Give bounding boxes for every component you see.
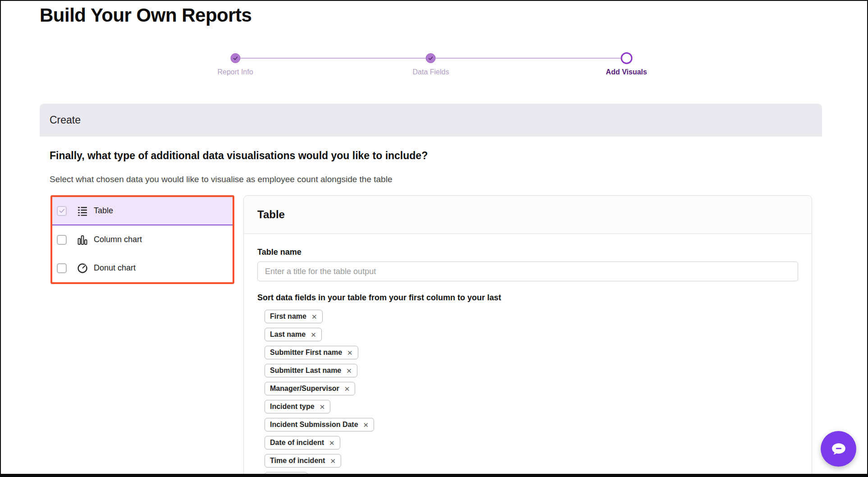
donut-chart-icon [76, 262, 88, 274]
field-chip-label: Last name [270, 330, 306, 339]
visual-option-label: Donut chart [94, 263, 136, 273]
field-chip[interactable]: Manager/Supervisor ✕ [265, 382, 355, 395]
step-label-data-fields: Data Fields [413, 68, 449, 76]
visual-options-panel: Table Column chart [50, 195, 234, 284]
remove-field-icon[interactable]: ✕ [320, 404, 325, 410]
column-chart-checkbox[interactable] [57, 235, 67, 245]
field-chip[interactable]: Submitter First name ✕ [265, 346, 358, 359]
field-chip[interactable]: First name ✕ [265, 310, 323, 323]
field-chip-label: Date of incident [270, 439, 324, 447]
step-active-circle-icon [621, 52, 632, 64]
step-label-add-visuals: Add Visuals [606, 68, 647, 76]
step-circle-wrap [426, 52, 436, 64]
table-panel-body: Table name Sort data fields in your tabl… [244, 234, 812, 477]
field-chip-label: Submitter Last name [270, 367, 341, 375]
table-config-panel: Table Table name Sort data fields in you… [243, 195, 812, 477]
table-name-label: Table name [257, 248, 798, 257]
step-data-fields[interactable]: Data Fields [413, 52, 449, 76]
column-chart-icon [76, 234, 88, 246]
table-panel-header: Table [244, 196, 812, 234]
step-add-visuals[interactable]: Add Visuals [606, 52, 647, 76]
remove-field-icon[interactable]: ✕ [311, 313, 317, 320]
chat-launcher-button[interactable] [821, 431, 856, 467]
create-section-header: Create [40, 104, 822, 137]
table-icon [76, 205, 88, 217]
remove-field-icon[interactable]: ✕ [363, 422, 369, 428]
remove-field-icon[interactable]: ✕ [297, 476, 303, 477]
step-report-info[interactable]: Report Info [217, 52, 253, 76]
field-chip-label: Manager/Supervisor [270, 385, 339, 393]
field-chip[interactable]: Incident type ✕ [265, 400, 330, 413]
donut-chart-checkbox[interactable] [57, 263, 67, 273]
visual-option-label: Column chart [94, 235, 142, 244]
remove-field-icon[interactable]: ✕ [344, 385, 350, 392]
visual-option-table[interactable]: Table [52, 197, 233, 225]
field-chip-label: First name [270, 312, 306, 321]
remove-field-icon[interactable]: ✕ [346, 367, 352, 374]
stepper: Report Info Data Fields Add Visuals [235, 52, 626, 88]
visual-option-donut-chart[interactable]: Donut chart [52, 254, 233, 282]
step-completed-check-icon [426, 53, 436, 63]
remove-field-icon[interactable]: ✕ [330, 458, 336, 464]
field-chip[interactable]: Submitter Last name ✕ [265, 364, 357, 377]
page-title: Build Your Own Reports [40, 5, 251, 26]
create-section-title: Create [50, 114, 81, 126]
remove-field-icon[interactable]: ✕ [347, 349, 353, 356]
step-completed-check-icon [230, 53, 240, 63]
remove-field-icon[interactable]: ✕ [329, 440, 335, 446]
visuals-question: Finally, what type of additional data vi… [50, 150, 428, 162]
field-chip-label: Submitter First name [270, 349, 342, 357]
field-chip-label: Status [270, 475, 292, 477]
step-circle-wrap [621, 52, 632, 64]
field-chip[interactable]: Date of incident ✕ [265, 436, 340, 449]
field-chip-list: First name ✕ Last name ✕ Submitter First… [265, 310, 798, 477]
visual-option-label: Table [94, 206, 113, 216]
table-panel-title: Table [257, 208, 285, 221]
step-circle-wrap [230, 52, 240, 64]
sort-fields-label: Sort data fields in your table from your… [257, 293, 798, 303]
field-chip[interactable]: Incident Submission Date ✕ [265, 418, 374, 431]
field-chip[interactable]: Status ✕ [265, 472, 308, 477]
visuals-subtitle: Select what chosen data you would like t… [50, 174, 392, 184]
table-name-input[interactable] [257, 261, 798, 281]
field-chip-label: Incident type [270, 403, 315, 411]
field-chip[interactable]: Time of incident ✕ [265, 454, 341, 468]
step-label-report-info: Report Info [217, 68, 253, 76]
chat-bubble-icon [829, 440, 848, 459]
visual-option-column-chart[interactable]: Column chart [52, 225, 233, 254]
table-checkbox[interactable] [57, 206, 67, 216]
field-chip[interactable]: Last name ✕ [265, 328, 322, 341]
report-builder-page: Build Your Own Reports Report Info Data … [0, 0, 868, 477]
field-chip-label: Time of incident [270, 457, 325, 465]
remove-field-icon[interactable]: ✕ [311, 331, 316, 338]
field-chip-label: Incident Submission Date [270, 421, 358, 429]
